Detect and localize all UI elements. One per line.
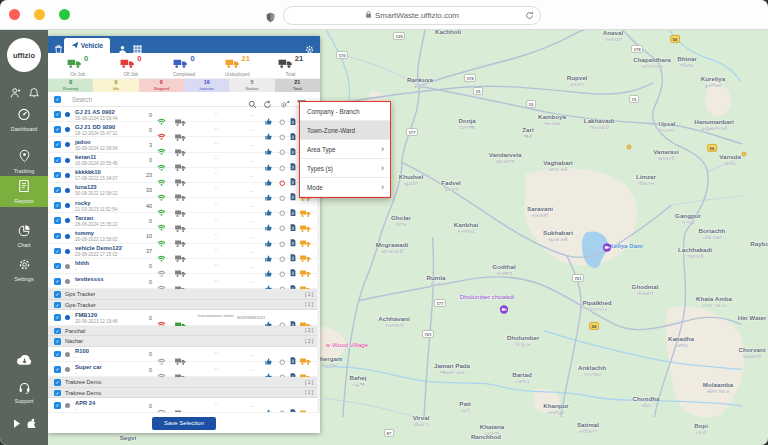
checkbox-icon[interactable]: ✓ <box>54 302 61 309</box>
checkbox-icon[interactable]: ✓ <box>54 390 61 397</box>
dropdown-item-town-zone-ward[interactable]: Town-Zone-Ward <box>300 121 390 140</box>
vehicle-row[interactable]: ✓ luna123 30-08-2022 12:08:22 33 -- -- <box>48 183 320 198</box>
address-bar[interactable]: SmartWaste.uffizio.com <box>283 6 541 25</box>
dropdown-item-company-branch[interactable]: Company - Branch <box>300 102 390 121</box>
vehicle-row[interactable]: ✓ rocky 21-03-2023 11:52:54 40 -- -- <box>48 198 320 213</box>
route-shield: 170 <box>336 51 348 59</box>
map-label: Kachholi <box>435 30 461 36</box>
checkbox-icon[interactable]: ✓ <box>54 141 61 148</box>
checkbox-icon[interactable]: ✓ <box>54 351 61 358</box>
minimize-window-button[interactable] <box>34 9 45 20</box>
yellow-dot[interactable] <box>627 145 632 150</box>
group-row[interactable]: ✓ Panchal [ 2 ] <box>48 326 320 337</box>
vehicle-row[interactable]: ✓ GJ 21 AS 0902 16-08-2024 23:09:44 0 --… <box>48 107 320 122</box>
checkbox-icon[interactable]: ✓ <box>54 233 61 240</box>
vehicle-row[interactable]: ✓ tommy 30-08-2022 13:58:02 10 -- -- <box>48 229 320 244</box>
tab-vehicle[interactable]: Vehicle <box>64 38 110 54</box>
vehicle-row[interactable]: ✓ APR 24 - 0 -- -- <box>48 398 320 412</box>
dropdown-item-area-type[interactable]: Area Type› <box>300 140 390 159</box>
group-row[interactable]: ✓ Gps Tracker [ 1 ] <box>48 289 320 300</box>
vehicle-row[interactable]: ✓ R100 - 0 -- -- <box>48 347 320 362</box>
group-row[interactable]: ✓ Gps-Tracker [ 1 ] <box>48 300 320 311</box>
sidebar-item-support[interactable]: Support <box>0 380 48 404</box>
deploy-truck-icon[interactable] <box>300 403 311 412</box>
map-label: Dholumberધોળુંબર <box>507 334 540 347</box>
shield-icon[interactable] <box>266 9 275 27</box>
yellow-dot[interactable] <box>742 152 747 157</box>
vehicle-datetime: 20-06-2023 12:19:46 <box>75 319 118 324</box>
route-shield: 15 <box>629 95 639 103</box>
map-label: Anavalઅનાવલ <box>603 30 623 43</box>
checkbox-icon[interactable]: ✓ <box>54 278 61 285</box>
checkbox-icon[interactable]: ✓ <box>54 126 61 133</box>
checkbox-icon[interactable]: ✓ <box>54 314 61 321</box>
checkbox-icon[interactable]: ✓ <box>54 263 61 270</box>
phone-cell: -- <box>236 249 266 254</box>
sidebar-item-tracking[interactable]: Tracking <box>0 146 48 177</box>
vehicle-row[interactable]: ✓ Super car - 0 -- -- <box>48 362 320 377</box>
camera-icon[interactable] <box>500 300 509 318</box>
checkbox-icon[interactable]: ✓ <box>54 338 61 345</box>
add-user-icon[interactable] <box>10 84 21 102</box>
checkbox-icon[interactable]: ✓ <box>54 157 61 164</box>
app-logo[interactable]: uffizio <box>7 38 41 72</box>
map-label: Hanumanbariહનુમાનબારી <box>694 118 734 131</box>
notifications-bell-icon[interactable] <box>29 84 39 102</box>
checkbox-icon[interactable]: ✓ <box>54 187 61 194</box>
status-strip: 0 Running0 Idle0 Stopped16 Inactive5 Nod… <box>48 79 320 92</box>
thumbs-up-icon[interactable] <box>265 402 272 412</box>
checkbox-icon[interactable]: ✓ <box>54 217 61 224</box>
camera-icon[interactable] <box>603 238 612 256</box>
checkbox-icon[interactable]: ✓ <box>54 402 61 409</box>
group-row[interactable]: ✓ Trakzee Demo [ 1 ] <box>48 388 320 399</box>
dropdown-item-types-s-[interactable]: Types (s)› <box>300 159 390 178</box>
vehicle-row[interactable]: ✓ ketan11 16-08-2024 20:55:45 0 -- -- <box>48 153 320 168</box>
vehicle-datetime: 16-08-2024 23:09:44 <box>75 116 118 121</box>
vehicle-datetime: - <box>75 283 77 288</box>
apple-icon[interactable] <box>27 414 36 432</box>
map-label: Patiપાટી <box>459 400 470 413</box>
zoom-window-button[interactable] <box>59 9 70 20</box>
playstore-icon[interactable] <box>13 414 21 432</box>
group-row[interactable]: ✓ Nachar [ 2 ] <box>48 336 320 347</box>
vehicle-row[interactable]: ✓ hhhh - 0 -- -- <box>48 259 320 274</box>
checkbox-icon[interactable]: ✓ <box>54 248 61 255</box>
vehicle-row[interactable]: ✓ jadoo 30-09-2024 22:09:04 3 -- -- <box>48 137 320 152</box>
vehicle-count: 0 <box>138 157 152 163</box>
checkbox-icon[interactable]: ✓ <box>54 172 61 179</box>
checkbox-icon[interactable]: ✓ <box>54 328 61 335</box>
close-window-button[interactable] <box>9 9 20 20</box>
vehicle-row[interactable]: ✓ FMB120 20-06-2023 12:19:46 0 konstanti… <box>48 310 320 325</box>
status-ring-icon[interactable] <box>279 403 286 412</box>
phone-cell: -- <box>236 403 266 408</box>
vehicle-row[interactable]: ✓ testtessss - 0 -- -- <box>48 274 320 289</box>
vehicle-count: 0 <box>138 367 152 373</box>
map-label: Bartadબરતાડ <box>512 371 532 384</box>
route-shield: 178 <box>631 45 643 53</box>
sidebar-item-dashboard[interactable]: Dashboard <box>0 104 48 135</box>
search-input[interactable] <box>70 95 180 104</box>
save-selection-button[interactable]: Save Selection <box>152 417 216 430</box>
sidebar-item-chart[interactable]: Chart <box>0 220 48 251</box>
checkbox-icon[interactable]: ✓ <box>54 291 61 298</box>
group-row[interactable]: ✓ Trakzee Demo [ 1 ] <box>48 377 320 388</box>
vehicle-row[interactable]: ✓ GJ 21 DD 9290 18-12-2024 15:47:11 0 --… <box>48 122 320 137</box>
dropdown-item-mode[interactable]: Mode› <box>300 178 390 197</box>
checkbox-icon[interactable]: ✓ <box>54 111 61 118</box>
driver-cell: -- <box>196 125 236 131</box>
checkbox-icon[interactable]: ✓ <box>54 202 61 209</box>
vehicle-datetime: - <box>75 267 77 272</box>
vehicle-row[interactable]: ✓ vehicle Demo122 23-08-2022 17:25:02 37… <box>48 244 320 259</box>
document-icon[interactable] <box>290 402 296 412</box>
vehicle-name: kkkkkk10 <box>75 169 101 175</box>
vehicle-row[interactable]: ✓ Tarzan 28-06-2024 15:35:22 0 -- -- <box>48 213 320 228</box>
cloud-download-button[interactable] <box>0 352 48 370</box>
reload-icon[interactable] <box>525 11 534 22</box>
checkbox-icon[interactable]: ✓ <box>54 379 61 386</box>
sidebar-item-settings[interactable]: Settings <box>0 254 48 285</box>
checkbox-icon[interactable]: ✓ <box>54 366 61 373</box>
vehicle-name: testtessss <box>75 276 103 282</box>
select-all-checkbox[interactable]: ✓ <box>54 96 61 103</box>
sidebar-item-reports[interactable]: Reports <box>0 176 48 207</box>
vehicle-row[interactable]: ✓ kkkkkk10 17-08-2022 15:34:07 23 -- -- <box>48 168 320 183</box>
